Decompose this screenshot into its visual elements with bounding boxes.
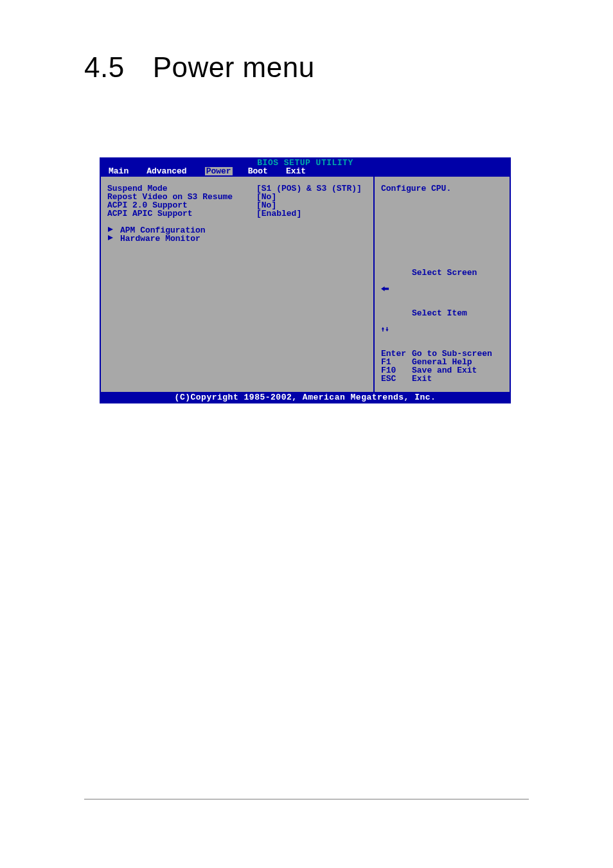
bios-body: Suspend Mode [S1 (POS) & S3 (STR)] Repos… [100,177,511,392]
tab-boot[interactable]: Boot [248,167,271,175]
setting-value: [Enabled] [256,209,368,218]
triangle-right-icon [107,235,114,243]
arrow-left-icon [381,269,412,309]
tab-power[interactable]: Power [205,167,233,175]
svg-marker-1 [108,235,113,240]
setting-row[interactable]: ACPI APIC Support [Enabled] [107,209,368,218]
tab-main[interactable]: Main [109,167,131,175]
triangle-right-icon [107,226,114,235]
bios-screenshot: BIOS SETUP UTILITY Main Advanced Power B… [100,157,511,403]
key-hint: Select Item [381,309,504,350]
key-legend: Select Screen Select Item Enter Go to Su… [381,269,504,383]
svg-marker-3 [382,327,384,332]
key-action: Select Item [412,309,504,350]
key-hint: ESC Exit [381,375,504,383]
tab-advanced[interactable]: Advanced [147,167,189,175]
page-title: 4.5Power menu [84,51,315,84]
key-name: ESC [381,375,412,383]
submenu-label: Hardware Monitor [120,235,200,243]
svg-marker-0 [108,227,113,232]
key-hint: F10 Save and Exit [381,366,504,375]
help-text: Configure CPU. [381,184,504,193]
svg-marker-2 [381,287,389,291]
horizontal-rule [84,799,529,800]
bios-header: BIOS SETUP UTILITY Main Advanced Power B… [100,157,511,177]
key-action: Select Screen [412,269,504,309]
tab-exit[interactable]: Exit [286,167,308,175]
svg-marker-4 [386,327,388,332]
bios-right-pane: Configure CPU. Select Screen Select Item… [375,177,510,392]
section-number: 4.5 [84,51,125,84]
bios-left-pane: Suspend Mode [S1 (POS) & S3 (STR)] Repos… [101,177,375,392]
arrow-updown-icon [381,309,412,350]
bios-footer: (C)Copyright 1985-2002, American Megatre… [100,392,511,403]
key-hint: Select Screen [381,269,504,309]
key-action: Exit [412,375,504,383]
section-name: Power menu [153,51,315,83]
setting-label: ACPI APIC Support [107,209,256,218]
submenu-row[interactable]: Hardware Monitor [107,235,368,243]
bios-tab-bar: Main Advanced Power Boot Exit [100,167,511,177]
